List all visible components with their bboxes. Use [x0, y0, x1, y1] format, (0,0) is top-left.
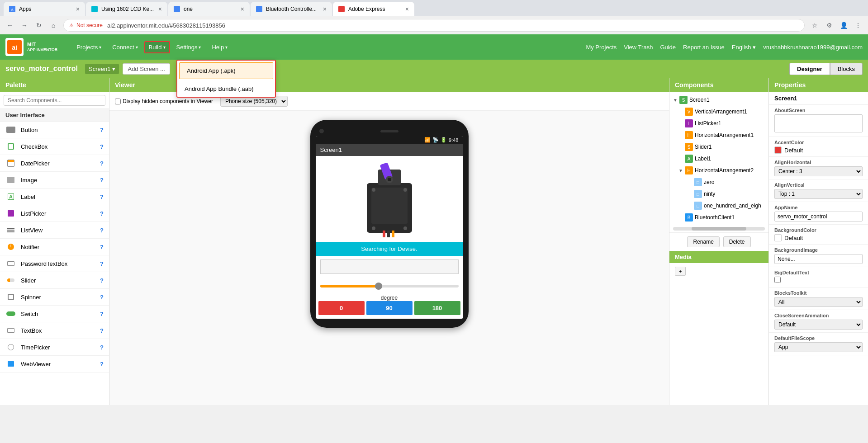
- nav-projects[interactable]: Projects ▾: [72, 41, 106, 53]
- palette-item-datepicker[interactable]: DatePicker ?: [0, 155, 109, 172]
- address-bar[interactable]: ⚠ Not secure ai2.appinventor.mit.edu/#56…: [63, 19, 805, 32]
- user-email[interactable]: vrushabhkrushnarao1999@gmail.com: [763, 44, 863, 51]
- palette-item-passwordtb[interactable]: PasswordTextBox ?: [0, 255, 109, 272]
- add-screen-button[interactable]: Add Screen ...: [123, 63, 170, 75]
- refresh-button[interactable]: ↻: [33, 19, 45, 32]
- label-palette-help[interactable]: ?: [100, 193, 104, 200]
- component-bt1[interactable]: B BluetoothClient1: [669, 212, 768, 223]
- listview-palette-help[interactable]: ?: [100, 227, 104, 234]
- report-issue-link[interactable]: Report an Issue: [683, 44, 725, 51]
- guide-link[interactable]: Guide: [660, 44, 676, 51]
- palette-item-notifier[interactable]: ! Notifier ?: [0, 239, 109, 255]
- textbox-palette-help[interactable]: ?: [100, 327, 104, 334]
- nav-connect[interactable]: Connect ▾: [108, 41, 142, 53]
- component-listpicker1[interactable]: L ListPicker1: [669, 118, 768, 129]
- nav-settings[interactable]: Settings ▾: [172, 41, 206, 53]
- media-add-button[interactable]: +: [675, 267, 686, 276]
- tab-close-apps[interactable]: ×: [76, 5, 80, 13]
- prop-defaultfilescope-select[interactable]: App: [774, 342, 863, 352]
- notifier-palette-help[interactable]: ?: [100, 244, 104, 250]
- language-link[interactable]: English ▾: [732, 44, 756, 51]
- phone-slider-thumb[interactable]: [375, 283, 382, 290]
- checkbox-palette-help[interactable]: ?: [100, 143, 104, 150]
- palette-item-webviewer[interactable]: WebViewer ?: [0, 356, 109, 372]
- palette-item-switch[interactable]: Switch ?: [0, 306, 109, 322]
- nav-help[interactable]: Help ▾: [207, 41, 232, 53]
- tab-close-bt[interactable]: ×: [323, 5, 327, 13]
- bt1-label: BluetoothClient1: [695, 214, 735, 221]
- tab-close-lcd[interactable]: ×: [158, 5, 162, 13]
- spinner-palette-help[interactable]: ?: [100, 294, 104, 301]
- palette-item-button[interactable]: Button ?: [0, 122, 109, 138]
- component-ha1[interactable]: H HorizontalArrangement1: [669, 129, 768, 141]
- listpicker-palette-help[interactable]: ?: [100, 210, 104, 217]
- tab-bt[interactable]: Bluetooth Controlle... ×: [251, 2, 332, 16]
- degree-90-button[interactable]: 90: [366, 301, 413, 315]
- component-onehundred[interactable]: □ one_hundred_and_eigh: [669, 200, 768, 212]
- tab-close-one[interactable]: ×: [241, 5, 244, 13]
- timepicker-palette-help[interactable]: ?: [100, 344, 104, 351]
- hidden-components-checkbox[interactable]: [115, 99, 121, 104]
- delete-button[interactable]: Delete: [723, 236, 751, 247]
- palette-item-slider[interactable]: Slider ?: [0, 272, 109, 289]
- prop-backgroundimage-input[interactable]: [774, 254, 863, 264]
- component-label1[interactable]: A Label1: [669, 153, 768, 165]
- passwordtb-palette-help[interactable]: ?: [100, 260, 104, 267]
- palette-item-listpicker[interactable]: ListPicker ?: [0, 205, 109, 222]
- component-ha2[interactable]: ▼ H HorizontalArrangement2: [669, 165, 768, 176]
- my-projects-link[interactable]: My Projects: [586, 44, 617, 51]
- phone-input-box[interactable]: [320, 259, 459, 274]
- prop-blockstoolkit-select[interactable]: All: [774, 297, 863, 307]
- view-trash-link[interactable]: View Trash: [624, 44, 653, 51]
- degree-180-button[interactable]: 180: [414, 301, 460, 315]
- designer-button[interactable]: Designer: [789, 63, 830, 75]
- build-apk-item[interactable]: Android App (.apk): [179, 62, 273, 79]
- palette-item-listview[interactable]: ListView ?: [0, 222, 109, 239]
- palette-item-checkbox[interactable]: CheckBox ?: [0, 138, 109, 155]
- datepicker-palette-help[interactable]: ?: [100, 160, 104, 167]
- screen-selector[interactable]: Screen1 ▾: [85, 64, 119, 74]
- rename-button[interactable]: Rename: [687, 236, 719, 247]
- back-button[interactable]: ←: [4, 19, 16, 32]
- prop-alignhorizontal-select[interactable]: Center : 3: [774, 166, 863, 176]
- tab-adobe[interactable]: Adobe Express ×: [333, 2, 414, 16]
- prop-appname-input[interactable]: [774, 212, 863, 222]
- nav-build[interactable]: Build ▾: [144, 41, 170, 53]
- prop-bigdefaulttext-checkbox[interactable]: [774, 277, 781, 283]
- component-scroll[interactable]: [673, 227, 765, 231]
- build-aab-item[interactable]: Android App Bundle (.aab): [177, 81, 275, 97]
- blocks-button[interactable]: Blocks: [830, 63, 863, 75]
- prop-alignvertical-select[interactable]: Top : 1: [774, 189, 863, 199]
- tab-apps[interactable]: A Apps ×: [4, 2, 85, 16]
- palette-item-timepicker[interactable]: TimePicker ?: [0, 339, 109, 356]
- more-button[interactable]: ⋮: [852, 19, 864, 32]
- tab-lcd[interactable]: Using 1602 LCD Ke... ×: [86, 2, 167, 16]
- home-button[interactable]: ⌂: [47, 19, 60, 32]
- component-va1[interactable]: V VerticalArrangement1: [669, 106, 768, 118]
- prop-closescreenanimation-select[interactable]: Default: [774, 320, 863, 330]
- extensions-button[interactable]: ⚙: [823, 19, 835, 32]
- bg-color-swatch[interactable]: [774, 234, 782, 241]
- star-button[interactable]: ☆: [808, 19, 821, 32]
- palette-item-textbox[interactable]: TextBox ?: [0, 322, 109, 339]
- component-ninty[interactable]: □ ninty: [669, 188, 768, 200]
- webviewer-palette-help[interactable]: ?: [100, 361, 104, 368]
- forward-button[interactable]: →: [18, 19, 31, 32]
- component-zero[interactable]: □ zero: [669, 176, 768, 188]
- button-palette-help[interactable]: ?: [100, 127, 104, 133]
- prop-aboutscreen-input[interactable]: [774, 114, 863, 132]
- palette-item-label[interactable]: A Label ?: [0, 189, 109, 205]
- palette-item-spinner[interactable]: Spinner ?: [0, 289, 109, 306]
- switch-palette-help[interactable]: ?: [100, 311, 104, 317]
- slider-palette-help[interactable]: ?: [100, 277, 104, 284]
- component-screen1[interactable]: ▼ S Screen1: [669, 94, 768, 106]
- profile-button[interactable]: 👤: [837, 19, 850, 32]
- tab-one[interactable]: one ×: [168, 2, 250, 16]
- palette-item-image[interactable]: Image ?: [0, 172, 109, 189]
- tab-close-adobe[interactable]: ×: [405, 5, 409, 13]
- component-slider1[interactable]: S Slider1: [669, 141, 768, 153]
- accent-color-swatch[interactable]: [774, 146, 782, 154]
- palette-search-input[interactable]: [4, 95, 105, 106]
- image-palette-help[interactable]: ?: [100, 177, 104, 184]
- degree-0-button[interactable]: 0: [318, 301, 365, 315]
